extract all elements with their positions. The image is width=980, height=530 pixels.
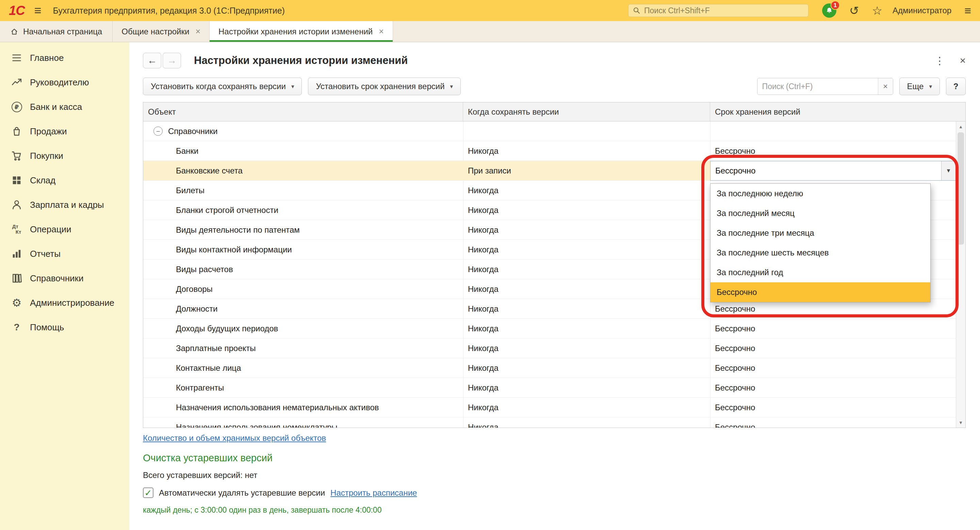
global-search[interactable] — [628, 4, 808, 17]
versions-count-link[interactable]: Количество и объем хранимых версий объек… — [143, 433, 326, 443]
sidebar-item-main[interactable]: Главное — [0, 46, 129, 70]
dropdown-button[interactable]: ▼ — [941, 161, 956, 180]
cell-object: Виды деятельности по патентам — [143, 225, 463, 235]
page-footer: Количество и объем хранимых версий объек… — [143, 433, 966, 515]
global-search-input[interactable] — [644, 6, 804, 15]
cell-when: Никогда — [463, 304, 710, 314]
tab-close-icon[interactable]: × — [195, 27, 200, 36]
more-button[interactable]: Еще ▾ — [899, 78, 940, 95]
page-title: Настройки хранения истории изменений — [194, 54, 408, 67]
cell-when: Никогда — [463, 245, 710, 254]
term-editor-combobox[interactable]: Бессрочно ▼ — [710, 161, 956, 181]
sidebar-item-label: Руководителю — [30, 77, 89, 88]
cell-term: Бессрочно — [710, 324, 966, 333]
auto-delete-checkbox[interactable]: ✓ — [143, 487, 153, 498]
home-icon — [10, 27, 18, 36]
table-row[interactable]: Доходы будущих периодов Никогда Бессрочн… — [143, 319, 966, 338]
vertical-scrollbar[interactable]: ▲ ▼ — [956, 121, 966, 428]
set-storage-term-button[interactable]: Установить срок хранения версий ▾ — [308, 78, 461, 95]
user-menu-icon[interactable]: ≡ — [964, 4, 971, 17]
sidebar-item-sales[interactable]: Продажи — [0, 119, 129, 144]
table-search-input[interactable] — [757, 78, 878, 95]
table-row[interactable]: Банки Никогда Бессрочно — [143, 141, 966, 161]
sidebar-item-administration[interactable]: ⚙ Администрирование — [0, 290, 129, 315]
sidebar-item-warehouse[interactable]: Склад — [0, 168, 129, 192]
table-row[interactable]: Контрагенты Никогда Бессрочно — [143, 378, 966, 398]
table-row[interactable]: Зарплатные проекты Никогда Бессрочно — [143, 338, 966, 358]
sidebar-item-salary-hr[interactable]: Зарплата и кадры — [0, 192, 129, 217]
current-user[interactable]: Администратор — [892, 6, 951, 15]
column-header-when[interactable]: Когда сохранять версии — [463, 102, 710, 121]
sidebar-item-manager[interactable]: Руководителю — [0, 70, 129, 95]
sidebar-item-label: Банк и касса — [30, 102, 82, 112]
cell-object: Назначения использования номенклатуры — [143, 422, 463, 428]
chevron-down-icon: ▾ — [291, 83, 294, 90]
sidebar-item-purchases[interactable]: Покупки — [0, 144, 129, 168]
chevron-down-icon: ▾ — [929, 83, 932, 90]
table-search[interactable]: × — [757, 78, 893, 95]
sidebar-item-operations[interactable]: ДтКт Операции — [0, 217, 129, 241]
close-page-icon[interactable]: × — [959, 55, 966, 66]
sidebar-item-label: Продажи — [30, 126, 67, 137]
gear-icon: ⚙ — [9, 297, 24, 309]
cell-object: Виды расчетов — [143, 265, 463, 274]
auto-delete-label: Автоматически удалять устаревшие версии — [159, 488, 325, 498]
more-actions-icon[interactable]: ⋮ — [934, 55, 945, 67]
cell-term: Бессрочно — [710, 304, 966, 314]
scrollbar-thumb[interactable] — [958, 132, 964, 244]
chevron-down-icon: ▾ — [450, 83, 453, 90]
table-row[interactable]: Назначения использования нематериальных … — [143, 398, 966, 417]
column-header-term[interactable]: Срок хранения версий — [710, 102, 966, 121]
grid-icon — [9, 175, 24, 186]
clear-search-icon[interactable]: × — [878, 78, 893, 95]
bag-icon — [9, 125, 24, 137]
sidebar-item-label: Справочники — [30, 273, 84, 284]
dropdown-option[interactable]: За последние шесть месяцев — [711, 243, 930, 263]
column-header-object[interactable]: Объект — [143, 102, 463, 121]
dropdown-option-selected[interactable]: Бессрочно — [711, 282, 930, 302]
table-row[interactable]: Назначения использования номенклатуры Ни… — [143, 417, 966, 428]
sidebar-item-label: Отчеты — [30, 249, 60, 259]
favorites-star-icon[interactable]: ☆ — [872, 4, 882, 17]
sidebar-item-references[interactable]: Справочники — [0, 266, 129, 290]
tab-version-history-settings[interactable]: Настройки хранения истории изменений × — [210, 21, 393, 42]
dropdown-option[interactable]: За последнюю неделю — [711, 184, 930, 203]
back-button[interactable]: ← — [143, 53, 161, 68]
cell-object: Банковские счета — [143, 166, 463, 176]
notifications-button[interactable]: 1 — [822, 3, 837, 18]
cell-object: Назначения использования нематериальных … — [143, 403, 463, 412]
sidebar-item-reports[interactable]: Отчеты — [0, 241, 129, 266]
cell-object: Виды контактной информации — [143, 245, 463, 254]
cell-when: Никогда — [463, 186, 710, 195]
main-menu-icon[interactable]: ≡ — [34, 3, 41, 18]
table-row[interactable]: Контактные лица Никогда Бессрочно — [143, 358, 966, 378]
tab-label: Общие настройки — [121, 27, 189, 36]
sidebar-item-help[interactable]: ? Помощь — [0, 315, 129, 340]
history-icon[interactable]: ↺ — [850, 4, 859, 17]
scroll-up-icon[interactable]: ▲ — [956, 121, 966, 132]
dropdown-option[interactable]: За последний месяц — [711, 203, 930, 223]
collapse-icon[interactable]: − — [153, 127, 163, 136]
set-when-save-button[interactable]: Установить когда сохранять версии ▾ — [143, 78, 302, 95]
sidebar-item-bank-cash[interactable]: ₽ Банк и касса — [0, 95, 129, 119]
cell-when: Никогда — [463, 344, 710, 353]
dropdown-option[interactable]: За последний год — [711, 263, 930, 282]
table-group-row[interactable]: − Справочники — [143, 121, 966, 141]
cell-when: Никогда — [463, 146, 710, 156]
cell-when: Никогда — [463, 284, 710, 294]
sidebar-item-label: Операции — [30, 224, 72, 235]
tab-close-icon[interactable]: × — [379, 27, 384, 36]
configure-schedule-link[interactable]: Настроить расписание — [331, 488, 417, 498]
person-icon — [9, 199, 24, 211]
page-header: ← → Настройки хранения истории изменений… — [143, 51, 966, 70]
cell-term: Бессрочно — [710, 363, 966, 373]
scroll-down-icon[interactable]: ▼ — [956, 417, 966, 428]
cell-when: Никогда — [463, 265, 710, 274]
dropdown-option[interactable]: За последние три месяца — [711, 223, 930, 243]
cell-object: Билеты — [143, 186, 463, 195]
outdated-total-text: Всего устаревших версий: нет — [143, 470, 966, 480]
tab-general-settings[interactable]: Общие настройки × — [113, 21, 210, 42]
forward-button[interactable]: → — [163, 53, 181, 68]
tab-home[interactable]: Начальная страница — [0, 21, 113, 42]
help-button[interactable]: ? — [946, 78, 966, 95]
